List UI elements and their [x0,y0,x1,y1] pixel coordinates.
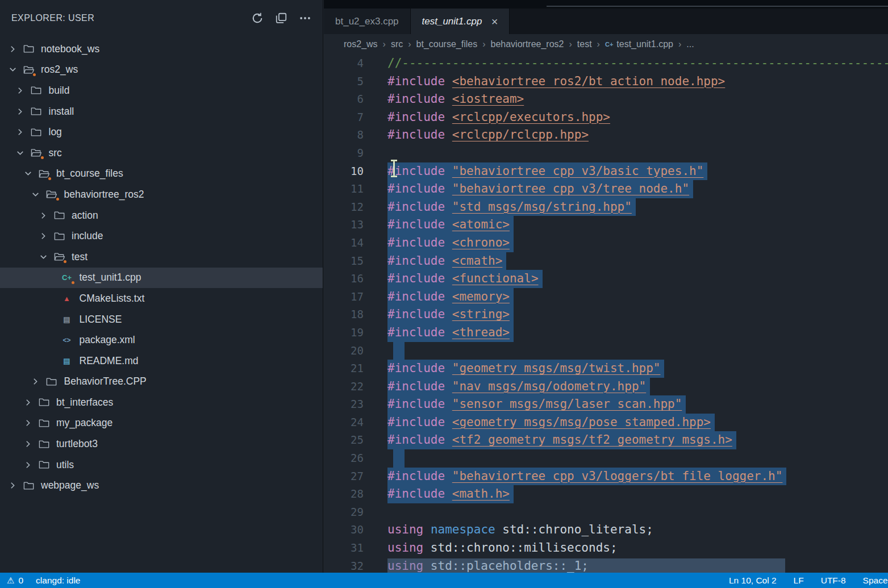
close-icon[interactable]: × [491,16,498,27]
explorer-header: EXPLORER: USER [0,0,323,36]
code-line-16[interactable]: 16#include <functional> [324,270,888,288]
tree-item-LICENSE[interactable]: ▤LICENSE [0,309,323,330]
tree-item-package.xml[interactable]: <>package.xml [0,330,323,351]
chevron-right-icon[interactable] [7,481,18,490]
chevron-down-icon[interactable] [30,190,41,199]
code-line-23[interactable]: 23#include "sensor_msgs/msg/laser_scan.h… [324,395,888,414]
code-editor[interactable]: 4//-------------------------------------… [324,55,888,573]
code-line-17[interactable]: 17#include <memory> [324,288,888,306]
tree-item-src[interactable]: src [0,143,323,164]
line-number: 28 [324,485,364,503]
code-line-30[interactable]: 30using namespace std::chrono_literals; [324,521,888,539]
tree-item-turtlebot3[interactable]: turtlebot3 [0,433,323,454]
chevron-right-icon[interactable] [37,231,49,241]
tab-test_unit1.cpp[interactable]: test_unit1.cpp× [411,9,510,34]
breadcrumb-item-test_unit1.cpp[interactable]: C+test_unit1.cpp [605,39,673,49]
code-line-8[interactable]: 8#include <rclcpp/rclcpp.hpp> [324,126,888,144]
encoding-indicator[interactable]: UTF-8 [821,576,846,586]
code-line-5[interactable]: 5#include <behaviortree_ros2/bt_action_n… [324,73,888,91]
code-line-21[interactable]: 21#include "geometry_msgs/msg/twist.hpp" [324,360,888,378]
tree-item-webpage_ws[interactable]: webpage_ws [0,475,323,496]
tree-item-CMakeLists.txt[interactable]: ▲CMakeLists.txt [0,288,323,309]
chevron-down-icon[interactable] [22,169,34,178]
code-line-4[interactable]: 4//-------------------------------------… [324,55,888,73]
code-line-18[interactable]: 18#include <string> [324,306,888,324]
tree-item-install[interactable]: install [0,101,323,122]
chevron-right-icon[interactable] [15,127,26,137]
code-line-7[interactable]: 7#include <rclcpp/executors.hpp> [324,109,888,127]
tree-item-my_package[interactable]: my_package [0,413,323,434]
code-line-6[interactable]: 6#include <iostream> [324,90,888,109]
breadcrumb-item-ros2_ws[interactable]: ros2_ws [344,39,378,49]
chevron-down-icon[interactable] [7,65,18,74]
code-line-12[interactable]: 12#include "std_msgs/msg/string.hpp" [324,198,888,216]
folder-open-icon [30,147,43,159]
chevron-down-icon[interactable] [37,252,49,262]
tree-item-utils[interactable]: utils [0,454,323,476]
chevron-right-icon[interactable] [30,377,41,386]
eol-indicator[interactable]: LF [794,576,804,586]
tree-item-include[interactable]: include [0,226,323,247]
code-line-14[interactable]: 14#include <chrono> [324,234,888,252]
tree-item-notebook_ws[interactable]: notebook_ws [0,39,323,60]
tree-item-BehaviorTree.CPP[interactable]: BehaviorTree.CPP [0,372,323,393]
code-line-31[interactable]: 31using std::chrono::milliseconds; [324,539,888,557]
tree-item-README.md[interactable]: ▤README.md [0,351,323,372]
code-line-15[interactable]: 15#include <cmath> [324,252,888,270]
status-left: ⚠ 0 clangd: idle [0,576,81,586]
code-line-20[interactable]: 20 [324,342,888,360]
refresh-icon[interactable] [249,10,266,27]
code-line-27[interactable]: 27#include "behaviortree_cpp_v3/loggers/… [324,468,888,486]
tree-item-label: test [72,251,87,263]
code-line-13[interactable]: 13#include <atomic> [324,216,888,234]
code-line-10[interactable]: 10#include "behaviortree_cpp_v3/basic_ty… [324,162,888,181]
folder-icon [37,438,51,451]
duplicate-window-icon[interactable] [273,10,290,27]
code-line-22[interactable]: 22#include "nav_msgs/msg/odometry.hpp" [324,378,888,396]
tree-item-action[interactable]: action [0,205,323,226]
tree-item-ros2_ws[interactable]: ros2_ws [0,60,323,81]
chevron-right-icon[interactable] [22,460,34,470]
tab-bt_u2_ex3.cpp[interactable]: bt_u2_ex3.cpp [324,9,411,34]
clangd-status[interactable]: clangd: idle [36,576,80,586]
chevron-right-icon[interactable] [15,86,26,95]
breadcrumb-item-bt_course_files[interactable]: bt_course_files [416,39,478,49]
breadcrumb-item-src[interactable]: src [391,39,403,49]
code-line-19[interactable]: 19#include <thread> [324,324,888,342]
chevron-right-icon[interactable] [37,211,49,220]
breadcrumb-item-test[interactable]: test [577,39,592,49]
chevron-down-icon[interactable] [15,148,26,158]
chevron-right-icon[interactable] [15,107,26,116]
editor-area: bt_u2_ex3.cpptest_unit1.cpp× ros2_ws›src… [324,0,888,573]
tree-item-bt_course_files[interactable]: bt_course_files [0,164,323,185]
chevron-right-icon[interactable] [22,398,34,407]
tree-item-build[interactable]: build [0,80,323,101]
line-number: 6 [324,90,364,109]
folder-icon [52,209,66,222]
chevron-right-icon[interactable] [22,439,34,449]
indentation-indicator[interactable]: Spaces: 4 [863,576,888,586]
code-line-11[interactable]: 11#include "behaviortree_cpp_v3/tree_nod… [324,180,888,198]
warnings-indicator[interactable]: ⚠ 0 [7,576,23,586]
horizontal-scrollbar[interactable] [387,558,785,573]
code-line-24[interactable]: 24#include <geometry_msgs/msg/pose_stamp… [324,414,888,432]
tree-item-bt_interfaces[interactable]: bt_interfaces [0,392,323,413]
tree-item-log[interactable]: log [0,122,323,143]
code-line-28[interactable]: 28#include <math.h> [324,485,888,503]
tree-item-test[interactable]: test [0,247,323,268]
folder-open-icon [37,168,51,180]
cursor-position[interactable]: Ln 10, Col 2 [729,576,777,586]
chevron-right-icon[interactable] [22,418,34,428]
tree-item-test_unit1.cpp[interactable]: C+test_unit1.cpp [0,268,323,289]
code-line-26[interactable]: 26 [324,449,888,468]
chevron-right-icon[interactable] [7,44,18,54]
ellipsis-icon[interactable] [297,10,314,27]
md-file-icon: ▤ [60,355,74,367]
tree-item-behaviortree_ros2[interactable]: behaviortree_ros2 [0,184,323,205]
breadcrumb-item-behaviortree_ros2[interactable]: behaviortree_ros2 [491,39,564,49]
code-line-25[interactable]: 25#include <tf2_geometry_msgs/tf2_geomet… [324,431,888,449]
line-number: 20 [324,342,364,360]
code-line-9[interactable]: 9 [324,144,888,162]
code-line-29[interactable]: 29 [324,503,888,522]
breadcrumb-item-...[interactable]: ... [686,39,694,49]
